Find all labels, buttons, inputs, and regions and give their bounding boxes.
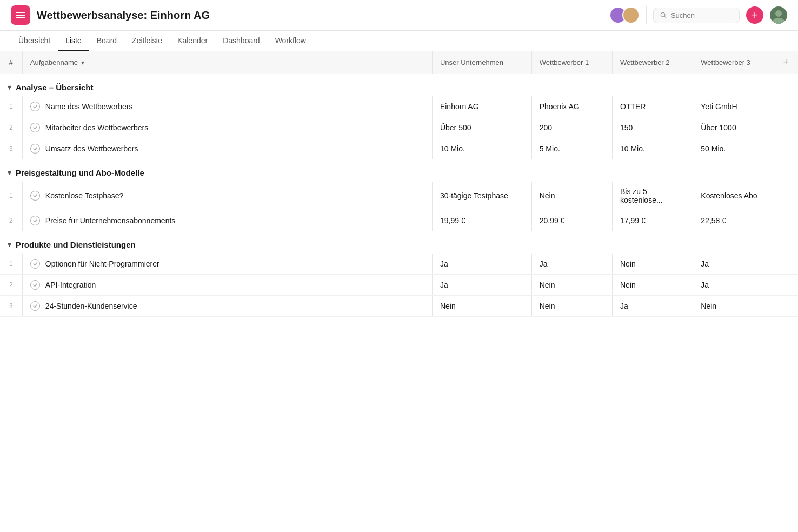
menu-button[interactable] <box>11 5 30 25</box>
table-row[interactable]: 1 Optionen für Nicht-Programmierer Ja Ja… <box>0 254 798 275</box>
section-header-cell: ▾ Preisgestaltung und Abo-Modelle <box>0 159 798 182</box>
task-name-cell[interactable]: Optionen für Nicht-Programmierer <box>22 254 432 275</box>
table-row[interactable]: 2 Preise für Unternehmensabonnements 19,… <box>0 210 798 231</box>
row-num: 3 <box>0 296 22 317</box>
task-name: Name des Wettbewerbers <box>45 102 133 111</box>
cell-empty <box>774 96 798 117</box>
col-w3: Wettbewerber 3 <box>693 51 774 74</box>
search-box[interactable] <box>653 8 740 23</box>
task-name-cell[interactable]: Name des Wettbewerbers <box>22 96 432 117</box>
add-column-button[interactable]: + <box>774 51 798 74</box>
cell-unser: Einhorn AG <box>432 96 531 117</box>
task-name-cell[interactable]: Preise für Unternehmensabonnements <box>22 210 432 231</box>
cell-w2: OTTER <box>613 96 693 117</box>
cell-w3: Kostenloses Abo <box>693 182 774 210</box>
table-row[interactable]: 1 Name des Wettbewerbers Einhorn AG Phoe… <box>0 96 798 117</box>
cell-w1: Nein <box>531 275 612 296</box>
user-avatar-icon <box>770 6 787 24</box>
section-title: Analyse – Übersicht <box>16 83 93 92</box>
table-row[interactable]: 3 Umsatz des Wettbewerbers 10 Mio. 5 Mio… <box>0 138 798 159</box>
col-w1: Wettbewerber 1 <box>531 51 612 74</box>
table-row[interactable]: 2 API-Integration Ja Nein Nein Ja <box>0 275 798 296</box>
cell-empty <box>774 182 798 210</box>
cell-w3: Über 1000 <box>693 117 774 138</box>
task-name: API-Integration <box>45 281 96 289</box>
cell-w2: Nein <box>613 254 693 275</box>
cell-w2: 150 <box>613 117 693 138</box>
header-divider <box>646 6 647 24</box>
check-icon[interactable] <box>30 191 40 201</box>
check-icon[interactable] <box>30 301 40 311</box>
col-name[interactable]: Aufgabenname ▾ <box>22 51 432 74</box>
task-name-cell[interactable]: Umsatz des Wettbewerbers <box>22 138 432 159</box>
check-icon[interactable] <box>30 280 40 290</box>
cell-unser: 10 Mio. <box>432 138 531 159</box>
svg-point-5 <box>775 10 782 17</box>
svg-line-4 <box>664 16 666 18</box>
cell-empty <box>774 296 798 317</box>
add-button[interactable]: + <box>746 6 763 24</box>
tab-kalender[interactable]: Kalender <box>170 31 215 51</box>
check-icon[interactable] <box>30 216 40 225</box>
table-row[interactable]: 2 Mitarbeiter des Wettbewerbers Über 500… <box>0 117 798 138</box>
cell-w3: Nein <box>693 296 774 317</box>
svg-rect-2 <box>16 17 25 18</box>
search-input[interactable] <box>671 11 733 19</box>
section-collapse-icon[interactable]: ▾ <box>8 169 11 177</box>
cell-w3: Yeti GmbH <box>693 96 774 117</box>
svg-rect-0 <box>16 12 25 13</box>
tab-dashboard[interactable]: Dashboard <box>215 31 268 51</box>
cell-w2: Nein <box>613 275 693 296</box>
check-icon[interactable] <box>30 144 40 154</box>
section-collapse-icon[interactable]: ▾ <box>8 83 11 91</box>
section-header-produkte: ▾ Produkte und Dienstleistungen <box>0 231 798 254</box>
task-name: 24-Stunden-Kundenservice <box>45 302 137 310</box>
check-icon[interactable] <box>30 259 40 269</box>
cell-unser: 30-tägige Testphase <box>432 182 531 210</box>
cell-unser: Ja <box>432 254 531 275</box>
cell-w3: Ja <box>693 275 774 296</box>
search-icon <box>660 11 667 19</box>
row-num: 2 <box>0 117 22 138</box>
section-header-preisgestaltung: ▾ Preisgestaltung und Abo-Modelle <box>0 159 798 182</box>
task-name-cell[interactable]: Kostenlose Testphase? <box>22 182 432 210</box>
task-name: Mitarbeiter des Wettbewerbers <box>45 123 148 132</box>
task-name: Umsatz des Wettbewerbers <box>45 144 138 153</box>
cell-w1: Ja <box>531 254 612 275</box>
nav-tabs: Übersicht Liste Board Zeitleiste Kalende… <box>0 31 798 51</box>
tab-workflow[interactable]: Workflow <box>268 31 314 51</box>
user-avatar[interactable] <box>770 6 787 24</box>
row-num: 2 <box>0 210 22 231</box>
task-name-cell[interactable]: API-Integration <box>22 275 432 296</box>
avatars-group <box>609 6 640 24</box>
task-name-cell[interactable]: 24-Stunden-Kundenservice <box>22 296 432 317</box>
section-collapse-icon[interactable]: ▾ <box>8 241 11 249</box>
check-icon[interactable] <box>30 102 40 111</box>
cell-w3: 22,58 € <box>693 210 774 231</box>
cell-w2: 17,99 € <box>613 210 693 231</box>
tab-zeitleiste[interactable]: Zeitleiste <box>124 31 170 51</box>
main-table: # Aufgabenname ▾ Unser Unternehmen Wettb… <box>0 51 798 317</box>
tab-liste[interactable]: Liste <box>58 31 89 51</box>
task-name: Kostenlose Testphase? <box>45 191 124 200</box>
task-name: Optionen für Nicht-Programmierer <box>45 260 159 268</box>
tab-board[interactable]: Board <box>89 31 124 51</box>
cell-w3: Ja <box>693 254 774 275</box>
page-title: Wettbewerbsanalyse: Einhorn AG <box>37 9 603 22</box>
table-header-row: # Aufgabenname ▾ Unser Unternehmen Wettb… <box>0 51 798 74</box>
table-row[interactable]: 1 Kostenlose Testphase? 30-tägige Testph… <box>0 182 798 210</box>
tab-overview[interactable]: Übersicht <box>11 31 58 51</box>
row-num: 1 <box>0 182 22 210</box>
section-title: Preisgestaltung und Abo-Modelle <box>16 168 144 177</box>
col-unser: Unser Unternehmen <box>432 51 531 74</box>
section-title: Produkte und Dienstleistungen <box>16 240 136 249</box>
task-name-cell[interactable]: Mitarbeiter des Wettbewerbers <box>22 117 432 138</box>
check-icon[interactable] <box>30 123 40 132</box>
row-num: 2 <box>0 275 22 296</box>
cell-w1: 20,99 € <box>531 210 612 231</box>
cell-w1: Nein <box>531 296 612 317</box>
cell-unser: Nein <box>432 296 531 317</box>
cell-unser: Ja <box>432 275 531 296</box>
col-w2: Wettbewerber 2 <box>613 51 693 74</box>
table-row[interactable]: 3 24-Stunden-Kundenservice Nein Nein Ja … <box>0 296 798 317</box>
